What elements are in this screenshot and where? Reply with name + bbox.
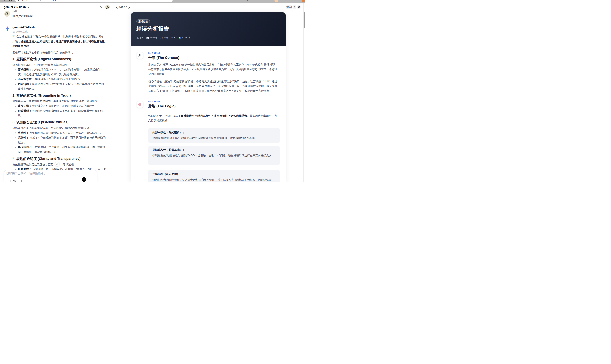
svg-text:17: 17 xyxy=(147,37,148,39)
